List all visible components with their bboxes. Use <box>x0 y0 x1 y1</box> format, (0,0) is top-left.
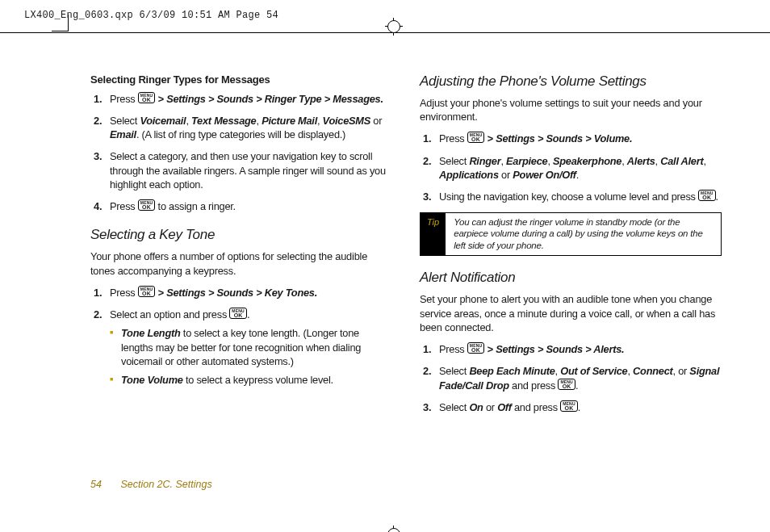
text: . <box>247 308 249 320</box>
crop-mark-tl <box>52 15 69 31</box>
sep: , or <box>673 365 690 377</box>
text: Press <box>439 132 467 145</box>
ok-key-icon: MENUOK <box>558 379 575 390</box>
tip-text: You can adjust the ringer volume in stan… <box>446 213 721 256</box>
sub-bullet: Tone Length to select a key tone length.… <box>121 326 392 368</box>
text: Press <box>110 93 138 105</box>
step: Using the navigation key, choose a volum… <box>439 190 722 203</box>
opt: Email <box>110 128 136 140</box>
opt: Picture Mail <box>262 115 317 127</box>
text: to assign a ringer. <box>155 200 236 212</box>
step: Select Voicemail, Text Message, Picture … <box>110 114 392 142</box>
opt: Off <box>497 401 512 413</box>
ok-key-icon: MENUOK <box>467 132 485 143</box>
ok-key-icon: MENUOK <box>138 286 156 297</box>
text: . <box>716 191 718 203</box>
step: Press MENUOK > Settings > Sounds > Volum… <box>439 132 722 145</box>
steps-key-tone: Press MENUOK > Settings > Sounds > Key T… <box>90 286 392 387</box>
text: Select <box>439 365 469 377</box>
term: Tone Length <box>121 327 181 339</box>
text: to select a keypress volume level. <box>183 374 333 386</box>
term: Tone Volume <box>121 374 183 386</box>
step: Select a category, and then use your nav… <box>110 149 392 191</box>
text: Select <box>439 401 469 413</box>
text: Select <box>110 115 140 127</box>
step: Press MENUOK > Settings > Sounds > Key T… <box>110 286 392 300</box>
sep: , <box>621 155 627 167</box>
page-number: 54 <box>90 479 102 490</box>
intro-alert: Set your phone to alert you with an audi… <box>420 292 722 334</box>
opt: Call Alert <box>660 155 703 167</box>
step: Select On or Off and press MENUOK. <box>439 400 722 414</box>
step: Press MENUOK to assign a ringer. <box>110 199 392 213</box>
sep: , <box>703 155 705 167</box>
opt: On <box>469 401 483 413</box>
opt: Connect <box>633 365 672 377</box>
sep: or <box>370 115 382 127</box>
text: and press <box>512 401 561 413</box>
tip-box: Tip You can adjust the ringer volume in … <box>420 212 722 257</box>
steps-volume: Press MENUOK > Settings > Sounds > Volum… <box>420 132 722 203</box>
text: Press <box>110 200 138 212</box>
right-column: Adjusting the Phone's Volume Settings Ad… <box>420 73 722 500</box>
sep: or <box>499 169 513 181</box>
text: Press <box>110 287 138 299</box>
step: Select Beep Each Minute, Out of Service,… <box>439 364 722 392</box>
ok-key-icon: MENUOK <box>229 308 247 319</box>
left-column: Selecting Ringer Types for Messages Pres… <box>90 73 392 500</box>
path: > Settings > Sounds > Volume. <box>484 132 632 145</box>
path: > Settings > Sounds > Alerts. <box>484 343 624 355</box>
section-label: Section 2C. Settings <box>120 479 211 490</box>
sub-bullet: Tone Volume to select a keypress volume … <box>121 373 392 387</box>
intro-volume: Adjust your phone's volume settings to s… <box>420 96 722 124</box>
sep: or <box>483 401 498 413</box>
step: Press MENUOK > Settings > Sounds > Ringe… <box>110 92 392 106</box>
steps-alert: Press MENUOK > Settings > Sounds > Alert… <box>420 342 722 414</box>
opt: VoiceSMS <box>323 115 370 127</box>
step: Press MENUOK > Settings > Sounds > Alert… <box>439 342 722 356</box>
opt: Power On/Off <box>513 169 576 181</box>
step: Select Ringer, Earpiece, Speakerphone, A… <box>439 154 722 182</box>
text: . <box>578 401 580 413</box>
opt: Text Message <box>191 115 256 127</box>
text: Select <box>439 155 469 167</box>
page-footer: 54 Section 2C. Settings <box>90 479 212 490</box>
ok-key-icon: MENUOK <box>138 92 156 103</box>
step: Select an option and press MENUOK. Tone … <box>110 308 392 387</box>
ok-key-icon: MENUOK <box>560 400 578 412</box>
opt: Speakerphone <box>553 155 621 167</box>
tip-label: Tip <box>421 213 446 256</box>
top-rule <box>0 32 770 33</box>
heading-alert: Alert Notification <box>420 269 722 287</box>
heading-key-tone: Selecting a Key Tone <box>90 226 392 245</box>
heading-ringer-messages: Selecting Ringer Types for Messages <box>90 73 392 87</box>
path: > Settings > Sounds > Ringer Type > Mess… <box>155 93 383 105</box>
text: . (A list of ring type categories will b… <box>136 128 345 140</box>
heading-volume: Adjusting the Phone's Volume Settings <box>420 73 722 91</box>
sep: , <box>317 115 323 127</box>
intro-key-tone: Your phone offers a number of options fo… <box>90 249 392 278</box>
steps-ringer-messages: Press MENUOK > Settings > Sounds > Ringe… <box>90 92 392 214</box>
ok-key-icon: MENUOK <box>698 190 716 201</box>
opt: Beep Each Minute <box>469 365 554 377</box>
ok-key-icon: MENUOK <box>138 199 156 211</box>
text: Using the navigation key, choose a volum… <box>439 191 698 203</box>
opt: Ringer <box>469 155 500 167</box>
text: and press <box>509 379 559 392</box>
opt: Out of Service <box>560 365 627 377</box>
opt: Earpiece <box>506 155 547 167</box>
text: Press <box>439 343 467 355</box>
page-body: Selecting Ringer Types for Messages Pres… <box>90 73 722 500</box>
text: Select an option and press <box>110 308 229 320</box>
ok-key-icon: MENUOK <box>467 342 485 354</box>
opt: Voicemail <box>140 115 186 127</box>
opt: Applications <box>439 169 499 181</box>
path: > Settings > Sounds > Key Tones. <box>155 287 317 299</box>
sep: . <box>576 169 579 181</box>
opt: Alerts <box>627 155 655 167</box>
text: . <box>575 379 578 392</box>
